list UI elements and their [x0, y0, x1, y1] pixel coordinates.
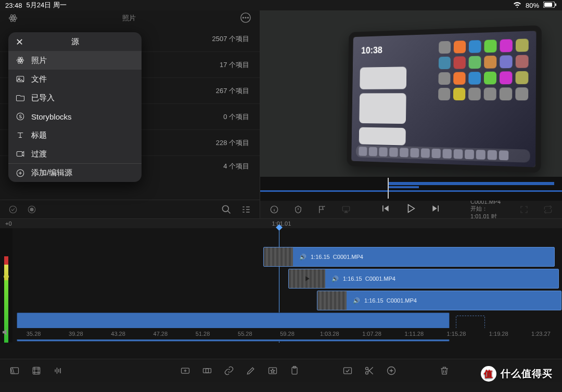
svg-rect-22	[17, 152, 22, 156]
media-type-count: 4 个项目	[223, 162, 260, 171]
svg-rect-2	[555, 3, 556, 6]
svg-point-11	[9, 206, 17, 213]
pencil-icon[interactable]	[246, 365, 256, 376]
timecode: 1:01.01	[272, 220, 291, 227]
clip-thumb	[264, 247, 293, 266]
transition-icon	[16, 149, 25, 159]
more-button[interactable]	[240, 12, 251, 25]
clip-dur: 1:16.15	[364, 297, 384, 304]
star-box-icon[interactable]	[267, 365, 278, 376]
battery-icon	[543, 2, 557, 9]
flag-icon[interactable]	[317, 205, 327, 214]
source-item-label: 过渡	[31, 149, 47, 159]
preview-panel: 10:38	[260, 10, 562, 218]
loop-icon[interactable]	[543, 205, 553, 214]
list-icon[interactable]	[241, 204, 251, 215]
record-icon[interactable]	[27, 205, 36, 214]
watermark-text: 什么值得买	[501, 367, 553, 381]
status-bar: 23:48 5月24日 周一 80%	[0, 0, 562, 10]
clip[interactable]: 🔊 1:16.15 C0001.MP4	[288, 269, 559, 289]
add-rect-icon[interactable]	[180, 365, 190, 376]
play-icon[interactable]	[405, 203, 416, 217]
clip[interactable]: 🔊 1:16.15 C0001.MP4	[263, 247, 555, 267]
add-clip-icon[interactable]	[9, 365, 20, 376]
clip-name: C0001.MP4	[387, 297, 417, 304]
clock: 23:48	[5, 2, 22, 9]
overlap-icon[interactable]	[202, 365, 212, 376]
svg-point-9	[245, 17, 246, 18]
svg-point-36	[366, 371, 368, 374]
range-bar[interactable]	[260, 177, 562, 201]
bottom-toolbar	[0, 359, 562, 382]
library-mode-label[interactable]: 照片	[18, 14, 240, 23]
tracks[interactable]: 🔊 1:16.15 C0001.MP4 🔊 1:16.15 C0001.MP4 …	[0, 228, 562, 343]
ruler-tick: 1:23.27	[520, 331, 562, 337]
clip[interactable]: 🔊 1:16.15 C0001.MP4	[317, 291, 561, 310]
ruler-tick: 1:07.28	[351, 331, 393, 337]
source-item-plus[interactable]: 添加/编辑源	[8, 163, 142, 182]
airplay-icon[interactable]	[341, 205, 351, 214]
audio-bars-icon[interactable]	[53, 365, 63, 376]
source-item-label: 文件	[31, 74, 47, 84]
svg-point-8	[243, 17, 244, 18]
clip-thumb	[317, 291, 347, 310]
library-toolbar	[0, 200, 260, 218]
source-item-transition[interactable]: 过渡	[8, 145, 142, 163]
watermark-badge-icon: 值	[481, 366, 496, 382]
audio-meter	[0, 228, 12, 343]
clip-dur: 1:16.15	[311, 254, 330, 260]
close-icon[interactable]: ✕	[16, 36, 23, 48]
link-icon[interactable]	[224, 365, 234, 376]
timeline-panel: +0 1:01.01 🔊 1:16.15 C0001.MP4 🔊 1:16.15…	[0, 218, 562, 359]
volume-icon[interactable]	[1, 328, 10, 338]
atom-icon[interactable]	[8, 14, 18, 23]
source-item-label: 添加/编辑源	[31, 168, 72, 178]
row-count: 0 个项目	[223, 112, 249, 122]
ruler-tick: 1:11.28	[393, 331, 435, 337]
ipad-time: 10:38	[361, 45, 382, 56]
offset-label: +0	[5, 220, 12, 227]
filmstrip-icon[interactable]	[31, 365, 42, 376]
source-item-file[interactable]: 文件	[8, 70, 142, 88]
ruler-tick: 39.28	[55, 331, 97, 337]
svg-point-20	[18, 78, 20, 80]
check-box-icon[interactable]	[342, 365, 353, 376]
source-item-storyblocks[interactable]: Storyblocks	[8, 107, 142, 126]
wifi-icon	[513, 2, 521, 9]
ruler-tick: 1:19.28	[478, 331, 520, 337]
source-item-label: 标题	[31, 130, 47, 140]
svg-point-3	[12, 18, 14, 19]
ruler-tick: 51.28	[182, 331, 224, 337]
svg-point-4	[9, 17, 17, 20]
source-item-photos[interactable]: 照片	[8, 51, 142, 70]
info-icon[interactable]	[270, 205, 279, 214]
row-count: 228 个项目	[216, 138, 249, 148]
playhead-mini[interactable]	[388, 178, 389, 199]
skip-fwd-icon[interactable]	[431, 203, 441, 216]
svg-rect-34	[344, 368, 352, 374]
row-count: 17 个项目	[220, 60, 249, 70]
skip-back-icon[interactable]	[380, 203, 390, 216]
source-item-text[interactable]: 标题	[8, 126, 142, 145]
clipboard-icon[interactable]	[289, 365, 300, 376]
source-item-import[interactable]: 已导入	[8, 88, 142, 107]
plus-circle-icon[interactable]	[386, 365, 397, 376]
scissors-icon[interactable]	[364, 365, 375, 376]
preview-viewport[interactable]: 10:38	[260, 10, 562, 177]
checkmark-circle-icon[interactable]	[8, 205, 18, 214]
marker-icon[interactable]	[293, 205, 303, 214]
fullscreen-icon[interactable]	[519, 205, 529, 214]
svg-point-14	[223, 205, 229, 212]
plus-icon	[16, 168, 25, 178]
trash-icon[interactable]	[439, 365, 450, 376]
search-icon[interactable]	[221, 204, 232, 215]
svg-rect-1	[544, 3, 552, 7]
photos-icon	[16, 56, 25, 65]
svg-point-15	[20, 60, 21, 61]
clip-dur: 1:16.15	[343, 276, 362, 282]
ruler-tick: 43.28	[97, 331, 139, 337]
ruler-tick: 47.28	[139, 331, 182, 337]
ruler-tick: 55.28	[224, 331, 266, 337]
library-panel: 照片 2507 个项目 17 个项目 267 个项目 0 个项目 228 个项目…	[0, 10, 260, 218]
timeline-ruler[interactable]: 35.2839.2843.2847.2851.2855.2859.281:03.…	[12, 328, 562, 339]
